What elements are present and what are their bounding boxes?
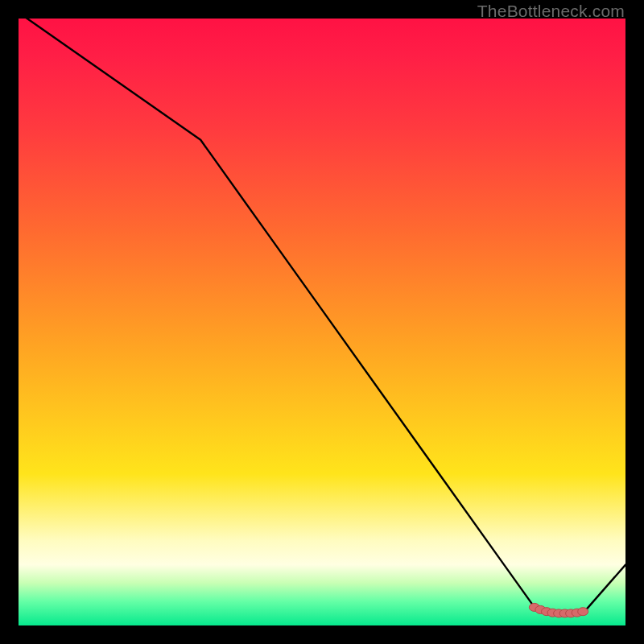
chart-svg [19,19,625,625]
curve-markers [529,603,588,617]
chart-container: TheBottleneck.com [0,0,644,644]
curve-marker [578,608,588,616]
bottleneck-curve [19,13,625,613]
